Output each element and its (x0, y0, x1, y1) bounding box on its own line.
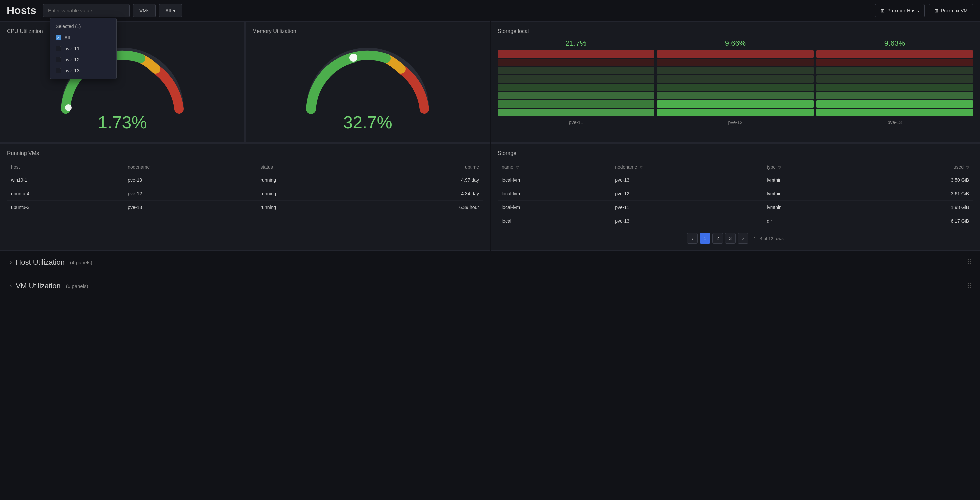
srow3-name: local-lvm (498, 201, 611, 214)
storage-bar-pve12-4 (657, 75, 814, 83)
svg-point-0 (65, 104, 72, 111)
running-vms-header-row: host nodename status uptime (7, 161, 483, 174)
col-type: type ▽ (763, 161, 861, 174)
storage-bar-pve13-7 (816, 100, 973, 108)
srow2-type: lvmthin (763, 187, 861, 201)
srow3-type: lvmthin (763, 201, 861, 214)
col-used: used ▽ (861, 161, 973, 174)
checkbox-pve13[interactable] (56, 68, 61, 73)
storage-bar-pve13-5 (816, 84, 973, 91)
row1-nodename: pve-13 (124, 174, 256, 187)
storage-title: Storage (498, 150, 973, 156)
proxmox-vm-button[interactable]: ⊞ Proxmox VM (929, 4, 973, 18)
row2-status: running (256, 187, 360, 201)
checkbox-pve11[interactable] (56, 46, 61, 51)
host-utilization-arrow: › (10, 260, 12, 265)
mem-gauge-svg (298, 42, 438, 116)
cpu-gauge-container: 1.73% (7, 39, 238, 136)
cpu-gauge-value: 1.73% (98, 112, 147, 132)
storage-bar-pve13-2 (816, 59, 973, 66)
next-page-button[interactable]: › (738, 233, 748, 244)
srow2-name: local-lvm (498, 187, 611, 201)
storage-pct-pve12: 9.66% (657, 39, 814, 48)
storage-bar-pve11-7 (498, 100, 654, 108)
vm-utilization-subtitle: (6 panels) (66, 283, 88, 289)
row3-uptime: 6.39 hour (361, 201, 483, 214)
grid-dots-icon-2: ⠿ (967, 282, 972, 290)
filter-nodename-icon[interactable]: ▽ (640, 165, 642, 169)
checkbox-pve12[interactable] (56, 57, 61, 62)
storage-bar-pve12-3 (657, 67, 814, 74)
dropdown-item-pve11[interactable]: pve-11 (50, 43, 116, 54)
proxmox-hosts-button[interactable]: ⊞ Proxmox Hosts (875, 4, 925, 18)
storage-local-title: Storage local (498, 28, 973, 34)
mem-gauge-value: 32.7% (343, 112, 392, 132)
running-vms-title: Running VMs (7, 150, 483, 156)
storage-header-row: name ▽ nodename ▽ type ▽ used ▽ (498, 161, 973, 174)
storage-col-pve13: 9.63% pve-13 (816, 39, 973, 130)
host-utilization-subtitle: (4 panels) (70, 260, 92, 265)
cpu-utilization-panel: CPU Utilization 1.73% (0, 21, 245, 143)
srow1-name: local-lvm (498, 174, 611, 187)
prev-page-button[interactable]: ‹ (687, 233, 698, 244)
topbar: Hosts VMs All ▾ Selected (1) ✓ All pve-1… (0, 0, 980, 21)
mem-gauge-container: 32.7% (252, 39, 483, 136)
srow1-used: 3.50 GiB (861, 174, 973, 187)
all-dropdown-button[interactable]: All ▾ (159, 4, 182, 18)
dropdown-item-pve12[interactable]: pve-12 (50, 54, 116, 65)
col-host: host (7, 161, 124, 174)
row3-host: ubuntu-3 (7, 201, 124, 214)
vm-utilization-arrow: › (10, 283, 12, 289)
cpu-panel-title: CPU Utilization (7, 28, 238, 34)
storage-bar-pve11-2 (498, 59, 654, 66)
checkbox-all[interactable]: ✓ (56, 35, 61, 40)
row1-uptime: 4.97 day (361, 174, 483, 187)
table-row: local-lvm pve-11 lvmthin 1.98 GiB (498, 201, 973, 214)
table-row: local pve-13 dir 6.17 GiB (498, 214, 973, 228)
filter-type-icon[interactable]: ▽ (778, 165, 781, 169)
page-1-button[interactable]: 1 (700, 233, 710, 244)
srow3-nodename: pve-11 (611, 201, 763, 214)
srow4-nodename: pve-13 (611, 214, 763, 228)
row2-uptime: 4.34 day (361, 187, 483, 201)
storage-bar-pve12-5 (657, 84, 814, 91)
pagination: ‹ 1 2 3 › 1 - 4 of 12 rows (498, 233, 973, 244)
vm-utilization-section[interactable]: › VM Utilization (6 panels) ⠿ (0, 274, 980, 298)
filter-used-icon[interactable]: ▽ (966, 165, 969, 169)
checkmark-icon: ✓ (57, 35, 60, 40)
dropdown-item-all[interactable]: ✓ All (50, 32, 116, 43)
running-vms-panel: Running VMs host nodename status uptime … (0, 143, 490, 251)
page-info: 1 - 4 of 12 rows (754, 236, 784, 241)
dropdown-item-pve13[interactable]: pve-13 (50, 65, 116, 76)
row3-status: running (256, 201, 360, 214)
row1-host: win19-1 (7, 174, 124, 187)
grid-dots-icon: ⠿ (967, 258, 972, 266)
storage-label-pve13: pve-13 (816, 119, 973, 125)
storage-bar-pve11-1 (498, 50, 654, 58)
table-row: ubuntu-4 pve-12 running 4.34 day (7, 187, 483, 201)
col-uptime: uptime (361, 161, 483, 174)
memory-utilization-panel: Memory Utilization 32.7% (245, 21, 490, 143)
host-utilization-title: Host Utilization (16, 258, 65, 267)
page-title: Hosts (7, 4, 37, 17)
mem-panel-title: Memory Utilization (252, 28, 483, 34)
filter-name-icon[interactable]: ▽ (516, 165, 519, 169)
variable-input[interactable] (43, 4, 130, 18)
srow3-used: 1.98 GiB (861, 201, 973, 214)
srow2-used: 3.61 GiB (861, 187, 973, 201)
dropdown-menu: Selected (1) ✓ All pve-11 pve-12 pve-13 (50, 18, 117, 79)
host-utilization-section[interactable]: › Host Utilization (4 panels) ⠿ (0, 251, 980, 274)
storage-table: name ▽ nodename ▽ type ▽ used ▽ (498, 161, 973, 228)
storage-bar-pve12-7 (657, 100, 814, 108)
page-2-button[interactable]: 2 (712, 233, 723, 244)
storage-bar-pve13-4 (816, 75, 973, 83)
srow4-name: local (498, 214, 611, 228)
storage-bar-pve11-3 (498, 67, 654, 74)
page-3-button[interactable]: 3 (725, 233, 736, 244)
storage-pct-pve13: 9.63% (816, 39, 973, 48)
storage-label-pve12: pve-12 (657, 119, 814, 125)
storage-pct-pve11: 21.7% (498, 39, 654, 48)
vms-button[interactable]: VMs (133, 4, 156, 18)
storage-bar-pve13-8 (816, 109, 973, 116)
chevron-down-icon: ▾ (173, 8, 176, 14)
